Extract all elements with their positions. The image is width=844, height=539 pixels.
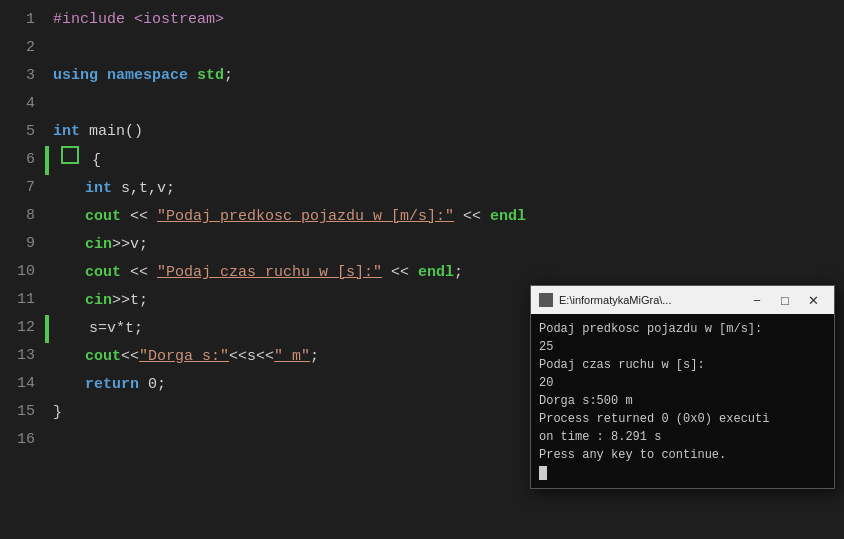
line-num-11: 11 [5, 286, 35, 314]
token: namespace [107, 62, 188, 90]
token: { [92, 152, 101, 169]
token: >>t; [112, 287, 148, 315]
line-num-13: 13 [5, 342, 35, 370]
token: int [85, 175, 112, 203]
token: return [85, 371, 139, 399]
line-num-3: 3 [5, 62, 35, 90]
line-num-6: 6 [5, 146, 35, 174]
line-num-12: 12 [5, 314, 35, 342]
line-num-10: 10 [5, 258, 35, 286]
terminal-titlebar: E:\informatykaMiGra\... − □ ✕ [531, 286, 834, 314]
line-num-7: 7 [5, 174, 35, 202]
token: endl [418, 259, 454, 287]
token [188, 62, 197, 90]
terminal-line-1: Podaj predkosc pojazdu w [m/s]: [539, 320, 826, 338]
line-num-15: 15 [5, 398, 35, 426]
token: << [121, 259, 157, 287]
terminal-title: E:\informatykaMiGra\... [539, 293, 671, 307]
token: #include <iostream> [53, 6, 224, 34]
code-line-6: { [45, 146, 844, 175]
token: " m" [274, 343, 310, 371]
token: s=v*t; [89, 315, 143, 343]
token: <<s<< [229, 343, 274, 371]
terminal-cursor-line [539, 464, 826, 482]
token: cout [85, 343, 121, 371]
token: ; [310, 343, 319, 371]
token: cout [85, 203, 121, 231]
token: >>v; [112, 231, 148, 259]
line-num-16: 16 [5, 426, 35, 454]
token: int [53, 118, 80, 146]
token: std [197, 62, 224, 90]
terminal-line-8: Press any key to continue. [539, 446, 826, 464]
terminal-line-2: 25 [539, 338, 826, 356]
terminal-line-5: Dorga s:500 m [539, 392, 826, 410]
code-line-2 [45, 34, 844, 62]
line-num-5: 5 [5, 118, 35, 146]
line-num-2: 2 [5, 34, 35, 62]
token: main() [80, 118, 143, 146]
token: "Podaj predkosc pojazdu w [m/s]:" [157, 203, 454, 231]
terminal-controls: − □ ✕ [744, 290, 826, 310]
token: 0; [139, 371, 166, 399]
code-line-7: int s,t,v; [45, 175, 844, 203]
line-numbers: 1 2 3 4 5 6 7 8 9 10 11 12 13 14 15 16 [0, 0, 45, 539]
code-line-5: int main() [45, 118, 844, 146]
green-indicator [45, 146, 49, 175]
token: ; [224, 62, 233, 90]
token: "Podaj czas ruchu w [s]:" [157, 259, 382, 287]
code-line-9: cin >>v; [45, 231, 844, 259]
code-line-8: cout << "Podaj predkosc pojazdu w [m/s]:… [45, 203, 844, 231]
token [98, 62, 107, 90]
terminal-line-7: on time : 8.291 s [539, 428, 826, 446]
token: using [53, 62, 98, 90]
terminal-line-4: 20 [539, 374, 826, 392]
line-num-14: 14 [5, 370, 35, 398]
token: s,t,v; [112, 175, 175, 203]
terminal-minimize-button[interactable]: − [744, 290, 770, 310]
token: << [121, 203, 157, 231]
token: << [382, 259, 418, 287]
code-line-4 [45, 90, 844, 118]
token: << [121, 343, 139, 371]
token: } [53, 399, 62, 427]
terminal-window[interactable]: E:\informatykaMiGra\... − □ ✕ Podaj pred… [530, 285, 835, 489]
line-num-1: 1 [5, 6, 35, 34]
terminal-line-6: Process returned 0 (0x0) executi [539, 410, 826, 428]
code-line-10: cout << "Podaj czas ruchu w [s]:" << end… [45, 259, 844, 287]
code-line-3: using namespace std ; [45, 62, 844, 90]
green-indicator-12 [45, 315, 49, 343]
token: endl [490, 203, 526, 231]
token: << [454, 203, 490, 231]
terminal-body: Podaj predkosc pojazdu w [m/s]: 25 Podaj… [531, 314, 834, 488]
terminal-title-text: E:\informatykaMiGra\... [559, 294, 671, 306]
token: cin [85, 231, 112, 259]
line-num-4: 4 [5, 90, 35, 118]
terminal-close-button[interactable]: ✕ [800, 290, 826, 310]
code-line-1: #include <iostream> [45, 6, 844, 34]
line-num-8: 8 [5, 202, 35, 230]
token: ; [454, 259, 463, 287]
terminal-cursor [539, 466, 547, 480]
line-num-9: 9 [5, 230, 35, 258]
terminal-app-icon [539, 293, 553, 307]
token: { [61, 146, 101, 175]
token: cin [85, 287, 112, 315]
token: "Dorga s:" [139, 343, 229, 371]
token: cout [85, 259, 121, 287]
terminal-line-3: Podaj czas ruchu w [s]: [539, 356, 826, 374]
terminal-maximize-button[interactable]: □ [772, 290, 798, 310]
bracket-box [61, 146, 79, 164]
